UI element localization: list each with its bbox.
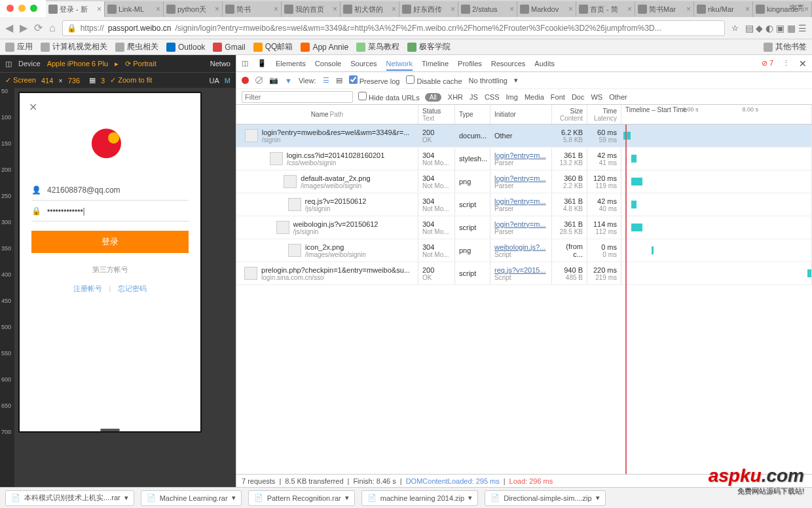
close-tab-icon[interactable]: ×: [451, 5, 455, 14]
apps-shortcut[interactable]: 应用: [5, 41, 33, 52]
close-tab-icon[interactable]: ×: [274, 5, 278, 14]
bookmark-jike[interactable]: 极客学院: [407, 41, 451, 52]
browser-tab[interactable]: 登录 - 新×: [46, 1, 105, 17]
devtools-tab[interactable]: Network: [386, 60, 413, 71]
error-badge[interactable]: ⊘ 7: [762, 59, 773, 68]
browser-tab[interactable]: 好东西传×: [399, 1, 458, 17]
download-chip[interactable]: 📄Machine Learning.rar ▾: [141, 490, 242, 506]
devtools-tab[interactable]: Console: [315, 60, 341, 68]
close-tab-icon[interactable]: ×: [745, 5, 750, 14]
browser-tab[interactable]: 首页 - 简×: [576, 1, 635, 17]
view-large-icon[interactable]: ▤: [336, 76, 342, 85]
omnibox[interactable]: 🔒 https:// passport.weibo.cn /signin/log…: [62, 20, 725, 36]
device-select[interactable]: Apple iPhone 6 Plu: [47, 60, 109, 68]
filter-type[interactable]: CSS: [485, 93, 500, 101]
close-tab-icon[interactable]: ×: [215, 5, 219, 14]
preserve-log-checkbox[interactable]: Preserve log: [349, 75, 400, 85]
devtools-tab[interactable]: Resources: [491, 60, 526, 68]
devtools-tab[interactable]: Profiles: [458, 60, 482, 68]
devtools-tab[interactable]: Sources: [350, 60, 377, 68]
clear-icon[interactable]: [255, 77, 263, 84]
bookmark-outlook[interactable]: Outlook: [166, 43, 205, 52]
password-field[interactable]: 🔒•••••••••••••|: [31, 201, 189, 222]
bookmark-folder[interactable]: 计算机视觉相关: [41, 41, 107, 52]
filter-type[interactable]: Other: [609, 93, 627, 101]
zoom-select[interactable]: ✓ Zoom to fit: [110, 76, 152, 85]
bookmark-cainiao[interactable]: 菜鸟教程: [356, 41, 399, 52]
width-input[interactable]: 414: [41, 77, 53, 85]
filter-type[interactable]: XHR: [448, 93, 463, 101]
browser-tab[interactable]: python天×: [164, 1, 223, 17]
close-window-icon[interactable]: [7, 5, 14, 12]
disable-cache-checkbox[interactable]: Disable cache: [406, 75, 462, 85]
device-icon[interactable]: 📱: [257, 59, 267, 68]
close-tab-icon[interactable]: ×: [686, 5, 691, 14]
chevron-down-icon[interactable]: ▾: [468, 494, 472, 502]
close-icon[interactable]: ✕: [29, 101, 37, 113]
view-list-icon[interactable]: ☰: [323, 76, 329, 85]
bookmark-gmail[interactable]: Gmail: [213, 43, 245, 52]
close-tab-icon[interactable]: ×: [97, 5, 101, 14]
download-chip[interactable]: 📄本科模式识别技术上机实....rar ▾: [5, 490, 134, 506]
window-controls[interactable]: [7, 5, 37, 12]
filter-icon[interactable]: ▼: [285, 77, 292, 85]
close-tab-icon[interactable]: ×: [804, 5, 809, 14]
dpr-input[interactable]: 3: [101, 77, 105, 85]
maximize-window-icon[interactable]: [30, 5, 37, 12]
filter-type[interactable]: All: [425, 93, 441, 102]
filter-type[interactable]: Media: [525, 93, 544, 101]
bookmark-annie[interactable]: App Annie: [301, 43, 348, 52]
bookmark-qq[interactable]: QQ邮箱: [253, 41, 293, 52]
more-icon[interactable]: ⋮: [783, 59, 790, 68]
forgot-link[interactable]: 忘记密码: [118, 284, 147, 292]
browser-tab[interactable]: 初犬饼的×: [341, 1, 399, 17]
browser-tab[interactable]: 简书Mar×: [635, 1, 694, 17]
star-icon[interactable]: ☆: [731, 24, 739, 33]
close-tab-icon[interactable]: ×: [392, 5, 396, 14]
filter-type[interactable]: WS: [591, 93, 602, 101]
filter-type[interactable]: Img: [506, 93, 518, 101]
close-tab-icon[interactable]: ×: [627, 5, 632, 14]
hide-data-urls-checkbox[interactable]: Hide data URLs: [358, 92, 420, 102]
browser-tab[interactable]: Markdov×: [517, 1, 576, 17]
chevron-down-icon[interactable]: ▾: [232, 494, 236, 502]
browser-tab[interactable]: 简书×: [223, 1, 282, 17]
home-icon[interactable]: ⌂: [49, 22, 56, 34]
screen-toggle[interactable]: ✓ Screen: [5, 76, 36, 85]
bookmark-folder[interactable]: 爬虫相关: [115, 41, 158, 52]
minimize-window-icon[interactable]: [18, 5, 26, 12]
filter-type[interactable]: JS: [470, 93, 478, 101]
browser-tab[interactable]: riku/Mar×: [694, 1, 753, 17]
login-button[interactable]: 登录: [31, 231, 189, 253]
filter-type[interactable]: Doc: [572, 93, 585, 101]
table-header[interactable]: NamePath StatusText Type Initiator SizeC…: [236, 105, 812, 125]
chevron-down-icon[interactable]: ▾: [124, 494, 128, 502]
close-tab-icon[interactable]: ×: [333, 5, 337, 14]
close-tab-icon[interactable]: ×: [568, 5, 573, 14]
close-devtools-icon[interactable]: ✕: [799, 58, 807, 69]
phone-viewport[interactable]: ✕ 👤421608878@qq.com 🔒•••••••••••••| 登录 第…: [20, 93, 200, 431]
download-chip[interactable]: 📄Pattern Recognition.rar ▾: [248, 490, 355, 506]
register-link[interactable]: 注册帐号: [73, 284, 102, 292]
back-icon[interactable]: ◀: [5, 22, 13, 34]
resize-handle[interactable]: [100, 429, 120, 431]
chevron-down-icon[interactable]: ▾: [345, 494, 349, 502]
email-field[interactable]: 👤421608878@qq.com: [31, 180, 189, 201]
throttle-select[interactable]: No throttling: [469, 77, 507, 85]
browser-tab[interactable]: Link-ML×: [105, 1, 164, 17]
download-chip[interactable]: 📄machine learning 2014.zip ▾: [361, 490, 478, 506]
orientation-select[interactable]: ⟳ Portrait: [125, 60, 157, 68]
dock-icon[interactable]: ◫: [242, 59, 248, 68]
browser-tab[interactable]: 2/status×: [458, 1, 517, 17]
filter-type[interactable]: Font: [551, 93, 565, 101]
browser-tab[interactable]: 我的首页×: [282, 1, 341, 17]
chevron-down-icon[interactable]: ▾: [596, 494, 600, 502]
close-tab-icon[interactable]: ×: [509, 5, 514, 14]
devtools-tab[interactable]: Elements: [276, 60, 306, 68]
devtools-tab[interactable]: Timeline: [422, 60, 449, 68]
download-chip[interactable]: 📄Directional-simple-sim....zip ▾: [485, 490, 605, 506]
inspect-icon[interactable]: ◫: [5, 60, 12, 68]
reload-icon[interactable]: ⟳: [34, 22, 43, 34]
other-bookmarks[interactable]: 其他书签: [764, 41, 807, 52]
filter-input[interactable]: [242, 91, 353, 103]
